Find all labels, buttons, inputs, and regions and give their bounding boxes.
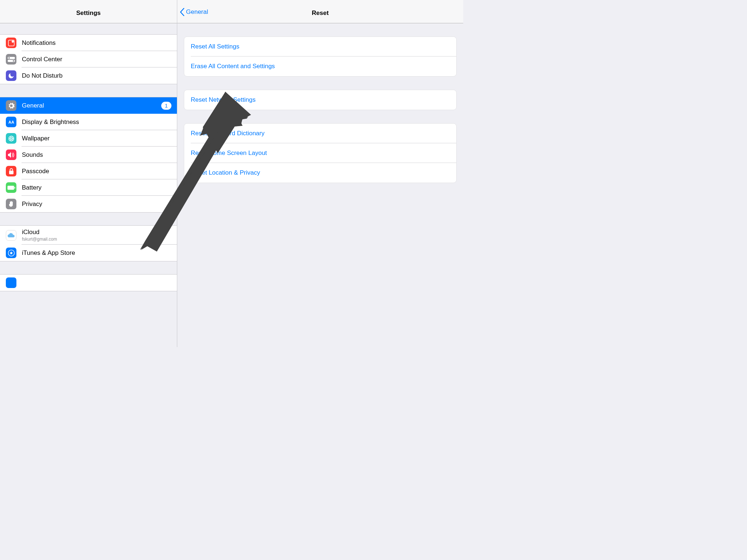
sidebar-item-label: Privacy [22, 201, 171, 208]
battery-settings-icon [6, 182, 16, 193]
svg-point-17 [12, 139, 13, 140]
svg-point-16 [9, 139, 10, 140]
svg-point-13 [11, 140, 12, 141]
sidebar-item-notifications[interactable]: Notifications [0, 35, 177, 51]
gear-icon [6, 100, 16, 111]
svg-point-12 [11, 136, 12, 137]
sidebar-item-display-brightness[interactable]: AA Display & Brightness [0, 114, 177, 130]
sidebar-item-label: Wallpaper [22, 135, 171, 142]
sidebar-item-badge: 1 [161, 102, 171, 110]
icloud-icon [6, 230, 16, 241]
detail-navbar: General Reset [177, 0, 463, 23]
reset-option-label: Reset Location & Privacy [191, 169, 260, 176]
generic-icon [6, 277, 16, 288]
svg-point-11 [11, 138, 12, 139]
svg-rect-20 [14, 187, 15, 188]
settings-sidebar: Settings Wi-Fi superhero Bluetooth [0, 0, 177, 347]
sidebar-item-do-not-disturb[interactable]: Do Not Disturb [0, 67, 177, 84]
reset-keyboard-dictionary[interactable]: Reset Keyboard Dictionary [184, 124, 456, 143]
svg-point-14 [9, 137, 10, 138]
sidebar-item-general[interactable]: General 1 [0, 97, 177, 114]
sidebar-title: Settings [0, 9, 177, 17]
app-store-icon [6, 248, 16, 258]
sidebar-item-label: Notifications [22, 39, 171, 47]
sidebar-item-wallpaper[interactable]: Wallpaper [0, 130, 177, 147]
reset-home-screen-layout[interactable]: Reset Home Screen Layout [184, 143, 456, 163]
reset-network-settings[interactable]: Reset Network Settings [184, 90, 456, 110]
sidebar-item-label: Passcode [22, 168, 171, 175]
sounds-icon [6, 149, 16, 160]
reset-option-label: Reset Home Screen Layout [191, 149, 267, 157]
wallpaper-icon [6, 133, 16, 144]
sidebar-item-label: Control Center [22, 56, 171, 63]
svg-point-15 [12, 137, 13, 138]
svg-rect-18 [9, 171, 13, 174]
svg-point-4 [12, 40, 14, 43]
control-center-icon [6, 54, 16, 65]
detail-pane: General Reset Reset All Settings Erase A… [177, 0, 463, 347]
sidebar-item-label: Battery [22, 184, 171, 191]
sidebar-group-accounts: iCloud fskurt@gmail.com iTunes & App Sto… [0, 225, 177, 261]
reset-option-label: Reset Network Settings [191, 96, 256, 104]
hand-icon [6, 199, 16, 209]
sidebar-item-label: Do Not Disturb [22, 72, 171, 79]
sidebar-group-next [0, 274, 177, 291]
reset-option-label: Erase All Content and Settings [191, 63, 275, 70]
sidebar-group-notifications: Notifications Control Center Do Not Dist… [0, 34, 177, 84]
sidebar-navbar: Settings [0, 0, 177, 23]
erase-all-content[interactable]: Erase All Content and Settings [184, 57, 456, 76]
sidebar-item-label: iCloud [22, 229, 57, 236]
sidebar-item-passcode[interactable]: Passcode [0, 163, 177, 179]
reset-all-settings[interactable]: Reset All Settings [184, 37, 456, 57]
moon-icon [6, 70, 16, 81]
display-icon: AA [6, 117, 16, 127]
sidebar-item-label: General [22, 102, 161, 109]
notifications-icon [6, 38, 16, 48]
reset-group-3: Reset Keyboard Dictionary Reset Home Scr… [184, 123, 457, 183]
sidebar-item-next[interactable] [0, 275, 177, 291]
svg-point-8 [13, 60, 14, 62]
reset-option-label: Reset Keyboard Dictionary [191, 130, 264, 137]
reset-group-1: Reset All Settings Erase All Content and… [184, 36, 457, 77]
sidebar-item-label: iTunes & App Store [22, 249, 171, 257]
reset-group-2: Reset Network Settings [184, 90, 457, 110]
sidebar-item-sounds[interactable]: Sounds [0, 147, 177, 163]
reset-location-privacy[interactable]: Reset Location & Privacy [184, 163, 456, 183]
sidebar-group-general: General 1 AA Display & Brightness Wallpa… [0, 97, 177, 213]
sidebar-item-privacy[interactable]: Privacy [0, 196, 177, 212]
lock-icon [6, 166, 16, 176]
sidebar-item-icloud[interactable]: iCloud fskurt@gmail.com [0, 226, 177, 245]
svg-point-6 [8, 57, 10, 59]
sidebar-item-itunes-app-store[interactable]: iTunes & App Store [0, 245, 177, 261]
reset-option-label: Reset All Settings [191, 43, 239, 50]
svg-text:AA: AA [8, 120, 14, 124]
detail-title: Reset [177, 9, 463, 17]
sidebar-item-label: Display & Brightness [22, 118, 171, 126]
sidebar-item-sublabel: fskurt@gmail.com [22, 237, 57, 242]
sidebar-item-label: Sounds [22, 151, 171, 159]
svg-rect-19 [7, 186, 14, 190]
sidebar-item-control-center[interactable]: Control Center [0, 51, 177, 67]
sidebar-item-battery[interactable]: Battery [0, 179, 177, 196]
